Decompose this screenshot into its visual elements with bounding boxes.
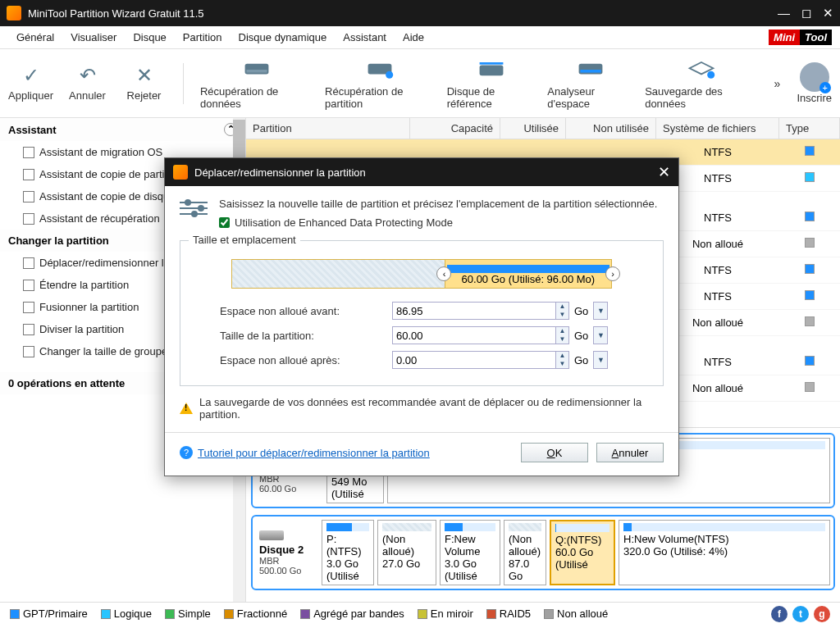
subscribe-label: Inscrire <box>797 92 832 104</box>
dialog-titlebar: Déplacer/redimensionner la partition ✕ <box>165 158 678 186</box>
disk-block[interactable]: Disque 2MBR500.00 GoP:(NTFS)3.0 Go (Util… <box>251 515 835 590</box>
copy-icon <box>23 169 34 180</box>
menu-general[interactable]: Général <box>8 28 62 47</box>
ok-button[interactable]: OK <box>521 443 588 462</box>
svg-rect-4 <box>480 65 504 75</box>
split-icon <box>23 324 34 335</box>
spinner[interactable]: ▲▼ <box>556 351 569 369</box>
apply-label: Appliquer <box>8 89 53 102</box>
drive-refresh-icon <box>363 57 396 82</box>
partition-box[interactable]: P:(NTFS)3.0 Go (Utilisé <box>322 520 374 585</box>
space-analyzer-button[interactable]: Analyseur d'espace <box>547 57 633 110</box>
statusbar: GPT/PrimaireLogiqueSimpleFractionnéAgrég… <box>0 602 840 625</box>
size-input[interactable] <box>392 326 556 344</box>
undo-button[interactable]: ↶Annuler <box>65 65 110 102</box>
menu-disk[interactable]: Disque <box>125 28 174 47</box>
twitter-icon[interactable]: t <box>792 606 809 622</box>
toolbar: ✓Appliquer ↶Annuler ✕Rejeter Récupératio… <box>0 49 840 118</box>
tb-label: Disque de référence <box>447 85 536 110</box>
unit-dropdown[interactable]: ▼ <box>593 351 608 369</box>
col-type[interactable]: Type <box>779 118 840 139</box>
menu-dynamic-disk[interactable]: Disque dynamique <box>231 28 336 47</box>
partition-box[interactable]: (Non alloué)87.0 Go <box>504 520 546 585</box>
partition-box[interactable]: H:New Volume(NTFS)320.0 Go (Utilisé: 4%) <box>619 520 830 585</box>
help-icon: ? <box>180 446 193 459</box>
facebook-icon[interactable]: f <box>771 606 788 622</box>
user-plus-icon <box>800 62 829 92</box>
slider-label: 60.00 Go (Utilisé: 96.00 Mo) <box>445 273 611 285</box>
col-unused[interactable]: Non utilisée <box>566 118 656 139</box>
undo-label: Annuler <box>69 89 106 102</box>
unit-dropdown[interactable]: ▼ <box>593 326 608 344</box>
col-partition[interactable]: Partition <box>246 118 410 139</box>
subscribe-button[interactable]: Inscrire <box>797 62 832 104</box>
size-input[interactable] <box>392 302 556 320</box>
google-plus-icon[interactable]: g <box>814 606 830 622</box>
undo-icon: ↶ <box>75 65 101 86</box>
menu-wizard[interactable]: Assistant <box>335 28 395 47</box>
spinner[interactable]: ▲▼ <box>556 302 569 320</box>
menu-help[interactable]: Aide <box>395 28 432 47</box>
col-capacity[interactable]: Capacité <box>410 118 500 139</box>
enhanced-mode-checkbox[interactable]: Utilisation de Enhanced Data Protecting … <box>219 216 657 229</box>
slider-handle-left[interactable]: ‹ <box>436 266 451 281</box>
grid-header: Partition Capacité Utilisée Non utilisée… <box>246 118 840 139</box>
data-recovery-button[interactable]: Récupération de données <box>200 57 313 110</box>
dialog-description: Saisissez la nouvelle taille de partitio… <box>219 198 657 210</box>
tb-label: Récupération de données <box>200 85 313 110</box>
enhanced-mode-input[interactable] <box>219 217 230 228</box>
titlebar: MiniTool Partition Wizard Gratuit 11.5 —… <box>0 0 840 26</box>
cluster-icon <box>23 346 34 357</box>
merge-icon <box>23 302 34 313</box>
unit-label: Go <box>574 354 588 366</box>
recovery-icon <box>23 213 34 225</box>
size-input[interactable] <box>392 351 556 369</box>
size-input-row: Espace non alloué après:▲▼Go▼ <box>220 351 653 369</box>
unit-dropdown[interactable]: ▼ <box>593 302 608 320</box>
legend-item: GPT/Primaire <box>10 608 88 620</box>
slider-handle-right[interactable]: › <box>605 266 620 281</box>
legend-item: Non alloué <box>544 608 608 620</box>
resize-icon <box>23 257 34 269</box>
tutorial-link[interactable]: Tutoriel pour déplacer/redimensionner la… <box>198 447 430 459</box>
warning-icon <box>180 403 193 414</box>
svg-point-8 <box>707 71 714 78</box>
discard-button[interactable]: ✕Rejeter <box>121 65 167 102</box>
minimize-button[interactable]: — <box>778 6 790 20</box>
sidebar-header-wizard[interactable]: Assistant⌃ <box>0 118 245 141</box>
move-resize-dialog: Déplacer/redimensionner la partition ✕ S… <box>164 157 679 476</box>
partition-box[interactable]: (Non alloué)27.0 Go <box>377 520 436 585</box>
maximize-button[interactable]: ◻ <box>801 6 811 20</box>
app-icon <box>173 165 188 180</box>
apply-button[interactable]: ✓Appliquer <box>8 65 53 102</box>
drive-icon <box>240 57 273 82</box>
cancel-rest: nnuler <box>619 447 648 459</box>
dialog-title: Déplacer/redimensionner la partition <box>194 166 366 179</box>
partition-recovery-button[interactable]: Récupération de partition <box>325 57 436 110</box>
menu-partition[interactable]: Partition <box>175 28 231 47</box>
app-icon <box>7 6 21 20</box>
warning-message: La sauvegarde de vos données est recomma… <box>180 396 664 421</box>
close-button[interactable]: ✕ <box>823 6 833 20</box>
partition-box[interactable]: F:New Volume3.0 Go (Utilisé <box>440 520 500 585</box>
col-filesystem[interactable]: Système de fichiers <box>656 118 779 139</box>
fieldset-legend: Taille et emplacement <box>189 234 300 246</box>
benchmark-button[interactable]: Disque de référence <box>447 57 536 110</box>
unit-label: Go <box>574 330 588 342</box>
cancel-button[interactable]: Annuler <box>596 443 664 462</box>
size-input-row: Taille de la partition:▲▼Go▼ <box>220 326 653 344</box>
backup-button[interactable]: Sauvegarde des données <box>645 57 757 110</box>
partition-slider[interactable]: 60.00 Go (Utilisé: 96.00 Mo) ‹ › <box>231 259 612 289</box>
partition-box[interactable]: Q:(NTFS)60.0 Go (Utilisé <box>550 520 615 585</box>
box-icon <box>685 57 718 82</box>
toolbar-more[interactable]: » <box>774 77 781 90</box>
menu-view[interactable]: Visualiser <box>62 28 125 47</box>
legend-item: Fractionné <box>224 608 287 620</box>
col-used[interactable]: Utilisée <box>500 118 566 139</box>
legend-item: Agrégé par bandes <box>300 608 404 620</box>
dialog-close-button[interactable]: ✕ <box>658 163 670 181</box>
tb-label: Analyseur d'espace <box>547 85 633 110</box>
discard-label: Rejeter <box>127 89 162 102</box>
spinner[interactable]: ▲▼ <box>556 326 569 344</box>
legend-item: En miroir <box>418 608 473 620</box>
